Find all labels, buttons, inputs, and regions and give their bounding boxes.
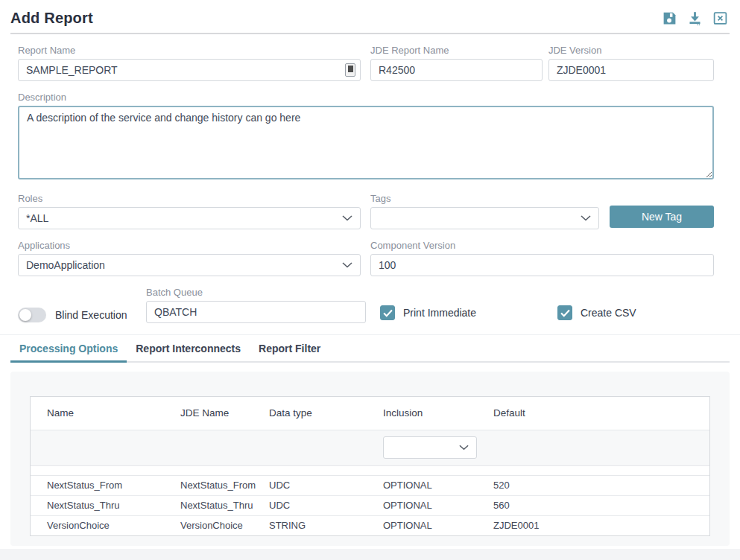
close-icon[interactable] <box>712 10 728 26</box>
table-body: NextStatus_FromNextStatus_FromUDCOPTIONA… <box>31 430 709 535</box>
cell-data-type: STRING <box>253 515 367 535</box>
description-textarea[interactable]: A description of the service and change … <box>18 106 714 179</box>
cell-inclusion: OPTIONAL <box>367 475 477 495</box>
new-tag-button[interactable]: New Tag <box>610 206 714 228</box>
print-immediate-label: Print Immediate <box>403 307 476 319</box>
chevron-down-icon <box>459 445 469 451</box>
page-title: Add Report <box>10 10 93 27</box>
tab-section: Processing OptionsReport InterconnectsRe… <box>0 334 740 363</box>
tab-report-interconnects[interactable]: Report Interconnects <box>127 335 250 363</box>
cell-default: ZJDE0001 <box>477 515 709 535</box>
column-header: JDE Name <box>164 397 253 430</box>
header-actions <box>662 10 728 26</box>
dialog-header: Add Report <box>10 0 730 33</box>
table-row[interactable]: NextStatus_FromNextStatus_FromUDCOPTIONA… <box>31 475 709 495</box>
batch-queue-label: Batch Queue <box>146 287 366 298</box>
cell-default: 520 <box>477 475 709 495</box>
filter-row <box>31 430 709 465</box>
applications-select[interactable]: DemoApplication <box>18 254 361 276</box>
cell-name: VersionChoice <box>31 515 164 535</box>
chevron-down-icon <box>581 215 591 221</box>
cell-data-type: UDC <box>253 495 367 515</box>
tab-report-filter[interactable]: Report Filter <box>250 335 329 363</box>
cell-inclusion: OPTIONAL <box>367 515 477 535</box>
applications-selected-value: DemoApplication <box>26 259 105 271</box>
blind-execution-label: Blind Execution <box>55 309 127 321</box>
check-icon <box>560 309 570 317</box>
table-row[interactable]: VersionChoiceVersionChoiceSTRINGOPTIONAL… <box>31 515 709 535</box>
component-version-label: Component Version <box>370 240 714 251</box>
report-name-input[interactable] <box>18 59 361 81</box>
cell-data-type: UDC <box>253 475 367 495</box>
save-icon[interactable] <box>662 10 677 26</box>
tags-select[interactable] <box>370 207 599 229</box>
jde-report-name-input[interactable] <box>370 59 543 81</box>
column-header: Default <box>477 397 709 430</box>
column-header: Data type <box>253 397 367 430</box>
download-icon[interactable] <box>687 10 703 26</box>
column-header: Name <box>31 397 164 430</box>
jde-version-label: JDE Version <box>548 45 714 56</box>
tab-processing-options[interactable]: Processing Options <box>10 335 127 363</box>
autofill-icon <box>345 63 355 77</box>
cell-default: 560 <box>477 495 709 515</box>
add-report-dialog: Add Report Report Name <box>0 0 740 549</box>
table-row[interactable]: NextStatus_ThruNextStatus_ThruUDCOPTIONA… <box>31 495 709 515</box>
cell-jde-name: NextStatus_Thru <box>164 495 253 515</box>
table-header-row: NameJDE NameData typeInclusionDefault <box>31 397 709 430</box>
chevron-down-icon <box>342 262 352 268</box>
inclusion-filter-select[interactable] <box>383 436 477 459</box>
cell-name: NextStatus_From <box>31 475 164 495</box>
cell-jde-name: NextStatus_From <box>164 475 253 495</box>
blind-execution-toggle[interactable] <box>18 308 46 322</box>
tab-bar: Processing OptionsReport InterconnectsRe… <box>10 335 730 363</box>
roles-label: Roles <box>18 193 361 204</box>
tags-label: Tags <box>370 193 599 204</box>
report-form: Report Name JDE Report Name JDE Version <box>10 34 730 323</box>
processing-options-table: NameJDE NameData typeInclusionDefault <box>30 396 710 536</box>
print-immediate-checkbox[interactable] <box>380 305 395 320</box>
column-header: Inclusion <box>367 397 477 430</box>
chevron-down-icon <box>342 215 352 221</box>
cell-jde-name: VersionChoice <box>164 515 253 535</box>
create-csv-checkbox[interactable] <box>557 305 572 320</box>
processing-options-panel: NameJDE NameData typeInclusionDefault <box>10 372 730 546</box>
jde-report-name-label: JDE Report Name <box>370 45 543 56</box>
cell-name: NextStatus_Thru <box>31 495 164 515</box>
roles-select[interactable]: *ALL <box>18 207 361 229</box>
applications-label: Applications <box>18 240 361 251</box>
roles-selected-value: *ALL <box>26 212 48 224</box>
report-name-label: Report Name <box>18 45 361 56</box>
component-version-input[interactable] <box>370 254 714 276</box>
spacer-row <box>31 465 709 475</box>
cell-inclusion: OPTIONAL <box>367 495 477 515</box>
description-label: Description <box>18 92 714 103</box>
jde-version-input[interactable] <box>548 59 714 81</box>
check-icon <box>383 309 393 317</box>
batch-queue-input[interactable] <box>146 301 366 323</box>
create-csv-label: Create CSV <box>581 307 636 319</box>
